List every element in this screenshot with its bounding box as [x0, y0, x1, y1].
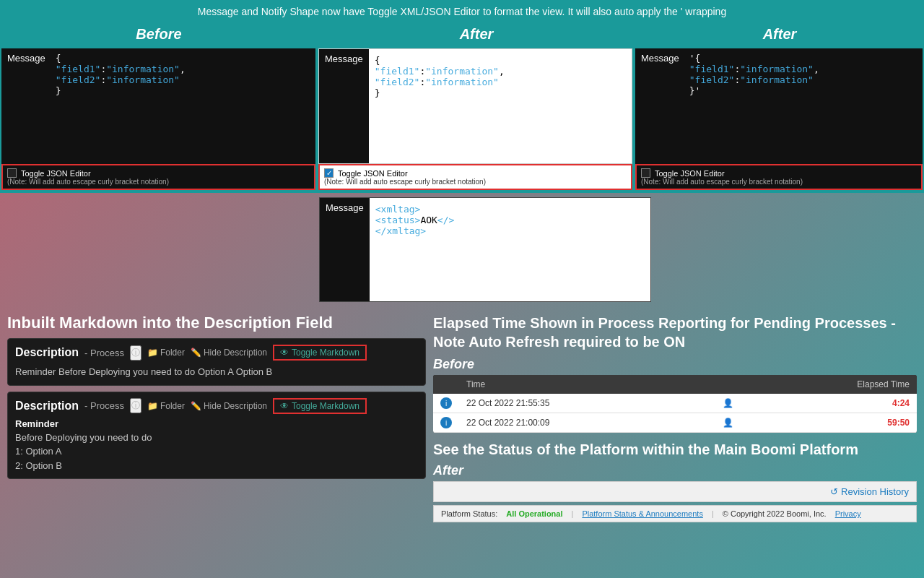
top-banner: Message and Notify Shape now have Toggle…	[0, 0, 924, 23]
after1-checkbox[interactable]: ✓	[324, 168, 334, 178]
status-label: Platform Status:	[441, 509, 497, 518]
after1-toggle-label: Toggle JSON Editor	[338, 169, 408, 178]
desc-subtitle-1: - Process	[84, 348, 124, 358]
desc-subtitle-2: - Process	[84, 400, 124, 411]
toggle-markdown-btn-1[interactable]: 👁 Toggle Markdown	[273, 345, 367, 361]
col-elapsed: Elapsed Time	[743, 375, 917, 394]
before-checkbox[interactable]	[7, 168, 17, 178]
desc-header-2: Description - Process ⓘ 📁 Folder ✏️ Hide…	[15, 398, 418, 414]
before-msg-label: Message	[1, 48, 51, 164]
before-line1: {	[56, 53, 311, 64]
date-1: 22 Oct 2022 21:55:35	[459, 394, 714, 413]
desc-title-1: Description	[15, 346, 79, 359]
after2-line4: }'	[689, 85, 918, 96]
markdown-section: Inbuilt Markdown into the Description Fi…	[7, 314, 426, 522]
elapsed-table: Time Elapsed Time i 22 Oct 2022 21:55:35…	[433, 375, 917, 433]
folder-icon-1: 📁	[147, 348, 158, 358]
xml-line1: <xmltag>	[375, 204, 645, 215]
after2-msg-label: Message	[635, 48, 685, 164]
privacy-link[interactable]: Privacy	[835, 509, 861, 518]
bold-line: Reminder	[15, 418, 418, 429]
table-row: i 22 Oct 2022 21:00:09 👤 59:50	[433, 413, 917, 433]
elapsed-2: 59:50	[743, 413, 917, 433]
elapsed-1: 4:24	[743, 394, 917, 413]
bottom-section: Inbuilt Markdown into the Description Fi…	[0, 306, 924, 522]
status-value[interactable]: All Operational	[506, 509, 562, 518]
after-header2: After	[635, 26, 924, 43]
after-header1: After	[318, 26, 635, 43]
hide-desc-btn-1[interactable]: ✏️ Hide Description	[191, 348, 267, 358]
info-icon-1[interactable]: ⓘ	[130, 345, 141, 361]
after2-toggle-label: Toggle JSON Editor	[655, 169, 725, 178]
info-btn-1[interactable]: i	[440, 397, 452, 409]
pencil-icon-2: ✏️	[191, 401, 201, 411]
after2-note: (Note: Will add auto escape curly bracke…	[641, 178, 803, 186]
before-header: Before	[0, 26, 318, 43]
after2-line2: "field1":"information",	[689, 64, 918, 74]
after-panel2: Message '{ "field1":"information", "fiel…	[635, 48, 923, 190]
before-line3: "field2":"information"	[56, 74, 311, 85]
banner-text: Message and Notify Shape now have Toggle…	[198, 6, 726, 17]
xml-line2: <status>AOK</>	[375, 215, 645, 225]
before-panel: Message { "field1":"information", "field…	[1, 48, 315, 190]
desc-body-2: Reminder Before Deploying you need to do…	[15, 418, 418, 473]
table-row: i 22 Oct 2022 21:55:35 👤 4:24	[433, 394, 917, 413]
folder-btn-2[interactable]: 📁 Folder	[147, 401, 185, 411]
eye-icon-1: 👁	[280, 348, 289, 358]
elapsed-title: Elapsed Time Shown in Process Reporting …	[433, 314, 917, 351]
after1-toggle-row: ✓ Toggle JSON Editor (Note: Will add aut…	[318, 164, 632, 190]
section-headers: Before After After	[0, 23, 924, 46]
col-time: Time	[459, 375, 714, 394]
desc-panel-2: Description - Process ⓘ 📁 Folder ✏️ Hide…	[7, 392, 426, 480]
copyright-text: © Copyright 2022 Boomi, Inc.	[723, 509, 827, 518]
info-icon-2[interactable]: ⓘ	[130, 398, 141, 413]
after-panel1: Message { "field1":"information", "field…	[318, 48, 632, 190]
desc-body-1: Reminder Before Deploying you need to do…	[15, 365, 418, 379]
elapsed-table-wrapper: Time Elapsed Time i 22 Oct 2022 21:55:35…	[433, 375, 917, 433]
after-label: After	[433, 463, 917, 478]
xml-content: <xmltag> <status>AOK</> </xmltag>	[370, 198, 650, 301]
folder-icon-2: 📁	[147, 401, 158, 411]
after2-checkbox[interactable]	[641, 168, 650, 178]
after1-msg-label: Message	[319, 49, 369, 163]
before-label: Before	[433, 357, 917, 372]
platform-panel: ↺ Revision History	[433, 481, 917, 502]
xml-line3: </xmltag>	[375, 225, 645, 236]
xml-msg-label: Message	[320, 198, 370, 301]
after1-line4: }	[375, 87, 626, 98]
folder-btn-1[interactable]: 📁 Folder	[147, 348, 185, 358]
before-toggle-row: Toggle JSON Editor (Note: Will add auto …	[1, 164, 315, 190]
toggle-markdown-btn-2[interactable]: 👁 Toggle Markdown	[273, 398, 367, 414]
before-line4: }	[56, 85, 311, 96]
platform-status-bar: Platform Status: All Operational | Platf…	[433, 505, 917, 522]
person-icon-1: 👤	[714, 394, 743, 413]
after1-note: (Note: Will add auto escape curly bracke…	[324, 178, 486, 186]
desc-line3: 2: Option B	[15, 459, 418, 473]
after1-line1: {	[375, 55, 626, 66]
after2-toggle-row: Toggle JSON Editor (Note: Will add auto …	[635, 164, 923, 190]
after2-line1: '{	[689, 53, 918, 64]
info-btn-2[interactable]: i	[440, 417, 452, 428]
desc-panel-1: Description - Process ⓘ 📁 Folder ✏️ Hide…	[7, 338, 426, 386]
hide-desc-btn-2[interactable]: ✏️ Hide Description	[191, 401, 267, 411]
eye-icon-2: 👁	[280, 401, 289, 411]
date-2: 22 Oct 2022 21:00:09	[459, 413, 714, 433]
person-icon-2: 👤	[714, 413, 743, 433]
revision-history-text: Revision History	[841, 486, 909, 497]
before-line2: "field1":"information",	[56, 64, 311, 74]
status-announcements-link[interactable]: Platform Status & Announcements	[582, 509, 703, 518]
history-icon: ↺	[830, 486, 838, 497]
desc-line1: Before Deploying you need to do	[15, 431, 418, 445]
desc-line2: 1: Option A	[15, 444, 418, 459]
revision-history-link[interactable]: ↺ Revision History	[830, 486, 909, 497]
markdown-title: Inbuilt Markdown into the Description Fi…	[7, 314, 426, 332]
platform-title: See the Status of the Platform within th…	[433, 440, 917, 459]
right-section: Elapsed Time Shown in Process Reporting …	[433, 314, 917, 522]
after1-line3: "field2":"information"	[375, 77, 626, 87]
pencil-icon-1: ✏️	[191, 348, 201, 358]
after2-line3: "field2":"information"	[689, 74, 918, 85]
before-note: (Note: Will add auto escape curly bracke…	[7, 178, 169, 186]
desc-title-2: Description	[15, 400, 79, 413]
desc-header-1: Description - Process ⓘ 📁 Folder ✏️ Hide…	[15, 345, 418, 361]
after1-line2: "field1":"information",	[375, 66, 626, 77]
